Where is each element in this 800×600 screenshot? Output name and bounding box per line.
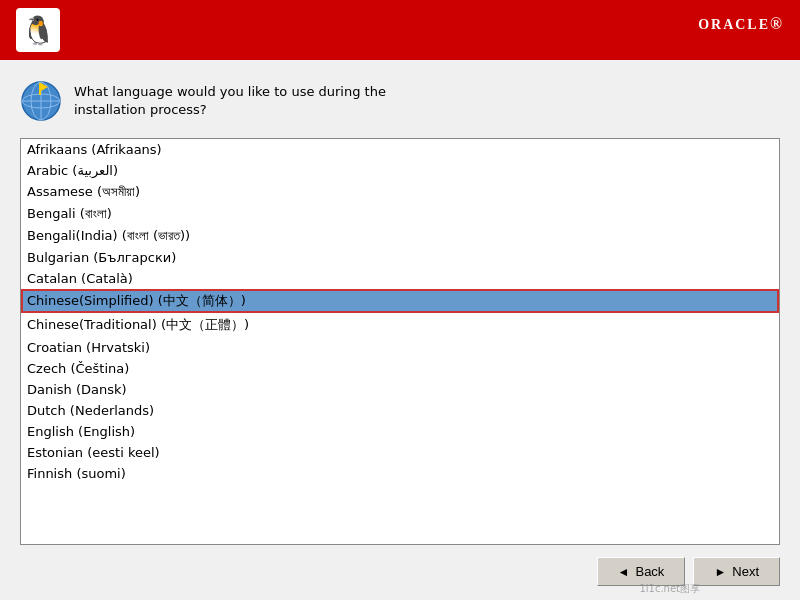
watermark: 1i1c.net图享 [639, 582, 700, 596]
list-item[interactable]: Catalan (Català) [21, 268, 779, 289]
list-item[interactable]: English (English) [21, 421, 779, 442]
list-item[interactable]: Chinese(Simplified) (中文（简体）) [21, 289, 779, 313]
question-row: What language would you like to use duri… [20, 80, 780, 122]
list-item[interactable]: Afrikaans (Afrikaans) [21, 139, 779, 160]
language-list-container: Afrikaans (Afrikaans)Arabic (العربية)Ass… [20, 138, 780, 545]
next-label: Next [732, 564, 759, 579]
list-item[interactable]: Danish (Dansk) [21, 379, 779, 400]
oracle-logo: ORACLE® [698, 12, 784, 49]
tux-icon: 🐧 [16, 8, 60, 52]
list-item[interactable]: Bengali(India) (বাংলা (ভারত)) [21, 225, 779, 247]
list-item[interactable]: Czech (Čeština) [21, 358, 779, 379]
list-item[interactable]: Dutch (Nederlands) [21, 400, 779, 421]
language-list[interactable]: Afrikaans (Afrikaans)Arabic (العربية)Ass… [21, 139, 779, 544]
back-arrow: ◄ [618, 565, 630, 579]
svg-rect-5 [39, 83, 41, 95]
next-button[interactable]: ► Next [693, 557, 780, 586]
globe-icon [20, 80, 62, 122]
header: 🐧 ORACLE® [0, 0, 800, 60]
question-text: What language would you like to use duri… [74, 83, 386, 119]
list-item[interactable]: Bulgarian (Български) [21, 247, 779, 268]
list-item[interactable]: Estonian (eesti keel) [21, 442, 779, 463]
header-left: 🐧 [16, 8, 60, 52]
list-item[interactable]: Croatian (Hrvatski) [21, 337, 779, 358]
list-item[interactable]: Chinese(Traditional) (中文（正體）) [21, 313, 779, 337]
oracle-text: ORACLE [698, 17, 770, 32]
back-label: Back [635, 564, 664, 579]
list-item[interactable]: Arabic (العربية) [21, 160, 779, 181]
next-arrow: ► [714, 565, 726, 579]
list-item[interactable]: Bengali (বাংলা) [21, 203, 779, 225]
list-item[interactable]: Finnish (suomi) [21, 463, 779, 484]
main-content: What language would you like to use duri… [0, 60, 800, 600]
list-item[interactable]: Assamese (অসমীয়া) [21, 181, 779, 203]
oracle-trademark: ® [770, 15, 784, 32]
